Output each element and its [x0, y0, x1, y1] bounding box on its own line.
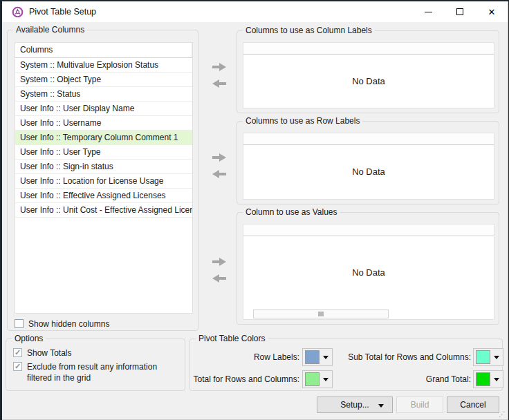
total-color-dropdown[interactable] [302, 370, 333, 388]
pivot-table-setup-dialog: Pivot Table Setup ✕ Available Columns Co… [2, 1, 508, 420]
chevron-down-icon [323, 378, 328, 381]
row-labels-color-dropdown[interactable] [302, 348, 333, 366]
show-totals-checkbox[interactable]: ✓ Show Totals [13, 347, 71, 359]
list-item[interactable]: User Info :: Sign-in status [15, 160, 192, 174]
available-columns-group: Available Columns Columns System :: Mult… [7, 30, 198, 331]
color-swatch [476, 350, 490, 364]
chevron-down-icon [378, 404, 384, 408]
values-group: Column to use as Values No Data [237, 212, 499, 325]
checkbox-box[interactable]: ✓ [13, 348, 22, 357]
total-color-label: Total for Rows and Columns: [190, 370, 299, 388]
list-item[interactable]: User Info :: Location for License Usage [15, 174, 192, 189]
build-button: Build [396, 397, 443, 413]
list-item[interactable]: User Info :: Unit Cost - Effective Assig… [15, 203, 192, 218]
sub-total-color-label: Sub Total for Rows and Columns: [335, 348, 471, 366]
column-labels-group-label: Columns to use as Column Labels [243, 26, 375, 36]
checkbox-label: Exclude from result any information filt… [27, 361, 178, 383]
empty-state-text: No Data [243, 236, 494, 309]
list-header-strip [243, 225, 494, 236]
show-hidden-columns-checkbox[interactable]: Show hidden columns [15, 318, 109, 330]
list-item[interactable]: System :: Status [15, 87, 192, 102]
minimize-button[interactable] [412, 1, 444, 22]
move-left-button[interactable] [210, 78, 229, 90]
checkbox-label: Show hidden columns [28, 318, 109, 330]
sub-total-color-dropdown[interactable] [473, 348, 503, 366]
arrow-left-icon [210, 78, 228, 89]
pivot-table-colors-group-label: Pivot Table Colors [196, 334, 268, 344]
exclude-filtered-checkbox[interactable]: ✓ Exclude from result any information fi… [13, 361, 181, 383]
arrow-right-icon [210, 152, 228, 163]
maximize-button[interactable] [444, 1, 476, 22]
list-item[interactable]: User Info :: Effective Assigned Licenses [15, 189, 192, 203]
move-left-button[interactable] [210, 169, 229, 180]
setup-button-label: Setup... [340, 400, 369, 410]
chevron-down-icon [494, 356, 499, 359]
grand-total-color-label: Grand Total: [335, 370, 471, 388]
available-columns-rows: System :: Multivalue Explosion StatusSys… [15, 58, 192, 218]
close-button[interactable]: ✕ [476, 1, 508, 22]
move-right-button[interactable] [210, 61, 229, 73]
scrollbar-thumb[interactable] [318, 312, 324, 316]
pivot-table-colors-group: Pivot Table Colors Row Labels: Sub Total… [189, 338, 503, 391]
checkbox-box[interactable] [15, 319, 24, 328]
list-item[interactable]: System :: Object Type [15, 73, 192, 87]
chevron-down-icon [494, 378, 499, 381]
list-item[interactable]: User Info :: Username [15, 116, 192, 131]
checkbox-label: Show Totals [27, 347, 71, 359]
row-labels-group: Columns to use as Row Labels No Data [237, 121, 499, 204]
options-group: Options ✓ Show Totals ✓ Exclude from res… [6, 338, 185, 391]
minimize-icon [425, 12, 432, 12]
move-right-button[interactable] [210, 256, 229, 268]
column-labels-arrows [210, 61, 229, 90]
row-labels-list: No Data [243, 133, 494, 200]
cancel-button[interactable]: Cancel [447, 397, 499, 413]
row-labels-color-label: Row Labels: [190, 348, 299, 366]
columns-list-header[interactable]: Columns [15, 43, 192, 58]
color-swatch [305, 350, 320, 364]
values-arrows [210, 256, 229, 285]
empty-state-text: No Data [243, 144, 494, 199]
list-item[interactable]: User Info :: User Display Name [15, 102, 192, 116]
grand-total-color-dropdown[interactable] [473, 370, 503, 388]
list-item[interactable]: User Info :: User Type [15, 145, 192, 160]
setup-button[interactable]: Setup... [317, 397, 393, 413]
values-group-label: Column to use as Values [243, 207, 340, 218]
column-labels-list: No Data [243, 42, 494, 108]
arrow-left-icon [210, 169, 228, 180]
title-bar: Pivot Table Setup ✕ [2, 1, 508, 22]
color-swatch [305, 372, 320, 386]
app-icon [12, 6, 24, 18]
arrow-left-icon [210, 273, 228, 284]
cancel-button-label: Cancel [460, 400, 485, 410]
empty-state-text: No Data [243, 54, 494, 108]
available-columns-list: Columns System :: Multivalue Explosion S… [15, 42, 193, 314]
window-controls: ✕ [412, 1, 508, 22]
move-right-button[interactable] [210, 152, 229, 164]
move-left-button[interactable] [210, 273, 229, 285]
close-icon: ✕ [488, 8, 496, 17]
list-header-strip [243, 133, 494, 145]
checkbox-box[interactable]: ✓ [13, 362, 22, 371]
list-header-strip [243, 43, 494, 55]
list-item[interactable]: System :: Multivalue Explosion Status [15, 58, 192, 73]
options-group-label: Options [12, 334, 46, 344]
arrow-right-icon [210, 61, 228, 73]
column-labels-group: Columns to use as Column Labels No Data [237, 30, 499, 113]
row-labels-group-label: Columns to use as Row Labels [243, 116, 362, 126]
maximize-icon [456, 8, 463, 15]
row-labels-arrows [210, 152, 229, 180]
available-columns-group-label: Available Columns [13, 25, 87, 35]
list-item[interactable]: User Info :: Temporary Column Comment 1 [15, 131, 192, 145]
build-button-label: Build [411, 400, 429, 410]
resize-grip[interactable]: ⋰ [499, 410, 506, 418]
color-swatch [476, 372, 490, 386]
chevron-down-icon [323, 356, 328, 359]
values-list: No Data [243, 224, 494, 320]
window-title: Pivot Table Setup [29, 7, 96, 17]
arrow-right-icon [210, 256, 228, 267]
horizontal-scrollbar[interactable] [253, 309, 389, 318]
